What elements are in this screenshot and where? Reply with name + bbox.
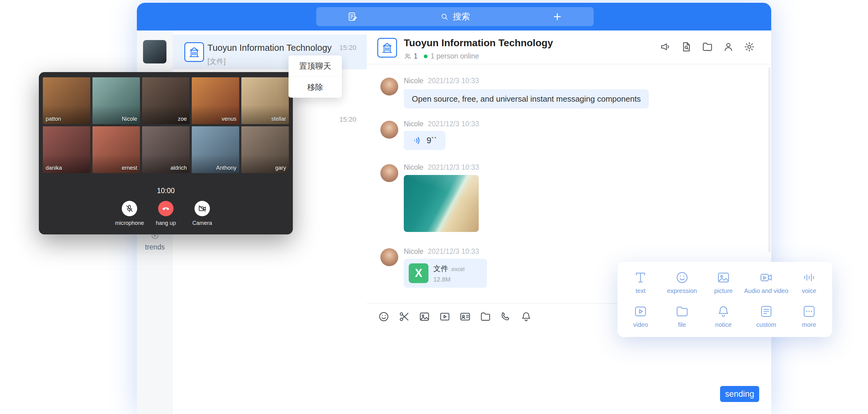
member-icon[interactable] <box>722 41 734 53</box>
hangup-button[interactable] <box>158 201 174 216</box>
screenshot-scissors-icon[interactable] <box>398 311 410 322</box>
panel-item-label: voice <box>802 287 816 294</box>
image-message-beach[interactable] <box>404 175 479 232</box>
video-icon[interactable] <box>439 311 451 322</box>
chat-header: Tuoyun Information Technology 1 1 person… <box>367 31 771 64</box>
message-meta: Nicole2021/12/3 10:33 <box>404 120 479 128</box>
participant-tile[interactable]: venus <box>192 77 239 124</box>
avatar[interactable] <box>380 77 398 95</box>
panel-item-label: expression <box>667 287 697 294</box>
participant-name: zoe <box>178 116 187 122</box>
message-meta: Nicole2021/12/3 10:33 <box>404 247 479 256</box>
settings-gear-icon[interactable] <box>743 41 755 53</box>
folder-icon[interactable] <box>479 311 491 322</box>
image-icon[interactable] <box>418 311 430 322</box>
panel-item-custom[interactable]: custom <box>744 299 788 333</box>
file-name: 文件 <box>433 264 448 273</box>
file-ext: .excel <box>450 266 465 272</box>
audio-video-icon <box>759 270 773 285</box>
announcement-icon[interactable] <box>660 41 671 53</box>
conversation-time: 15:20 <box>339 44 356 52</box>
file-message-bubble[interactable]: X 文件.excel 12.8M <box>404 259 487 288</box>
message-time: 2021/12/3 10:33 <box>428 247 479 255</box>
panel-item-more[interactable]: more <box>788 299 830 333</box>
voice-message-bubble[interactable]: 9`` <box>404 131 445 150</box>
mic-off-icon <box>125 204 134 213</box>
compose-note-icon[interactable] <box>347 11 358 22</box>
control-label: Camera <box>192 220 212 226</box>
menu-item-remove[interactable]: 移除 <box>288 76 342 98</box>
group-building-icon <box>184 42 204 62</box>
panel-item-file[interactable]: file <box>661 299 703 333</box>
control-label: microphone <box>115 220 144 226</box>
participant-name: stellar <box>271 116 286 122</box>
call-timer: 10:00 <box>39 187 293 195</box>
send-button[interactable]: sending <box>720 386 759 402</box>
panel-item-label: custom <box>756 321 776 328</box>
panel-item-expression[interactable]: expression <box>661 265 703 299</box>
message-meta: Nicole2021/12/3 10:33 <box>404 163 479 171</box>
group-building-icon <box>377 38 397 58</box>
text-icon <box>633 270 648 285</box>
sender-name: Nicole <box>404 120 424 128</box>
text-message-bubble[interactable]: Open source, free, and universal instant… <box>404 89 649 108</box>
conversation-last-message: [文件] <box>208 57 226 66</box>
panel-item-notice[interactable]: notice <box>703 299 744 333</box>
panel-item-label: text <box>636 287 646 294</box>
contact-card-icon[interactable] <box>459 311 471 322</box>
expression-icon <box>675 270 689 285</box>
participant-tile[interactable]: ernest <box>92 126 140 173</box>
participant-tile[interactable]: aldrich <box>142 126 190 173</box>
emoji-icon[interactable] <box>378 311 390 322</box>
online-dot <box>424 55 428 58</box>
panel-item-audio-video[interactable]: Audio and video <box>744 265 788 299</box>
folder-icon[interactable] <box>702 41 713 53</box>
participant-name: gary <box>275 165 286 171</box>
message-meta: Nicole2021/12/3 10:33 <box>404 77 479 85</box>
chat-scrollbar[interactable] <box>769 67 770 252</box>
participant-tile[interactable]: patton <box>43 77 90 124</box>
avatar[interactable] <box>380 121 398 138</box>
mic-off-button[interactable] <box>122 201 137 216</box>
panel-item-picture[interactable]: picture <box>703 265 744 299</box>
page: 搜索 trends Tuoyun Information Technology <box>0 0 868 414</box>
notice-bell-icon <box>716 304 731 319</box>
participant-tile[interactable]: danika <box>43 126 90 173</box>
chat-history-search-icon[interactable] <box>681 41 692 53</box>
conversation-title: Tuoyun Information Technology <box>208 43 332 53</box>
trends-label: trends <box>137 243 173 251</box>
participant-tile[interactable]: gary <box>241 126 289 173</box>
panel-item-video[interactable]: video <box>620 299 661 333</box>
phone-call-icon[interactable] <box>500 311 512 322</box>
avatar[interactable] <box>380 164 398 182</box>
bell-icon[interactable] <box>520 311 532 322</box>
camera-off-button[interactable] <box>194 201 210 216</box>
participant-name: ernest <box>122 165 137 171</box>
chat-header-actions <box>660 41 755 53</box>
camera-off-icon <box>197 204 207 213</box>
chat-title: Tuoyun Information Technology <box>404 37 553 49</box>
panel-item-label: picture <box>714 287 733 294</box>
participant-tile[interactable]: Anthony <box>192 126 239 173</box>
panel-item-voice[interactable]: voice <box>788 265 830 299</box>
search-label: 搜索 <box>453 11 470 23</box>
panel-item-label: video <box>633 321 648 328</box>
call-controls: microphone hang up Camera <box>39 201 293 226</box>
participant-name: aldrich <box>170 165 187 171</box>
participant-tile[interactable]: stellar <box>241 77 289 124</box>
search-box[interactable]: 搜索 <box>440 7 470 26</box>
avatar[interactable] <box>380 248 398 266</box>
participant-tile[interactable]: zoe <box>142 77 190 124</box>
participant-tile[interactable]: Nicole <box>92 77 140 124</box>
more-icon <box>802 304 816 319</box>
panel-item-text[interactable]: text <box>620 265 661 299</box>
participant-name: danika <box>45 165 62 171</box>
plus-icon[interactable] <box>552 11 563 22</box>
composer-toolbar <box>378 311 532 322</box>
my-avatar[interactable] <box>143 40 166 63</box>
participant-name: Nicole <box>122 116 137 122</box>
topbar: 搜索 <box>137 3 771 31</box>
participant-grid: patton Nicole zoe venus stellar danika e… <box>43 77 289 173</box>
conversation-time: 15:20 <box>339 116 356 124</box>
menu-item-pin-chat[interactable]: 置顶聊天 <box>288 56 342 76</box>
